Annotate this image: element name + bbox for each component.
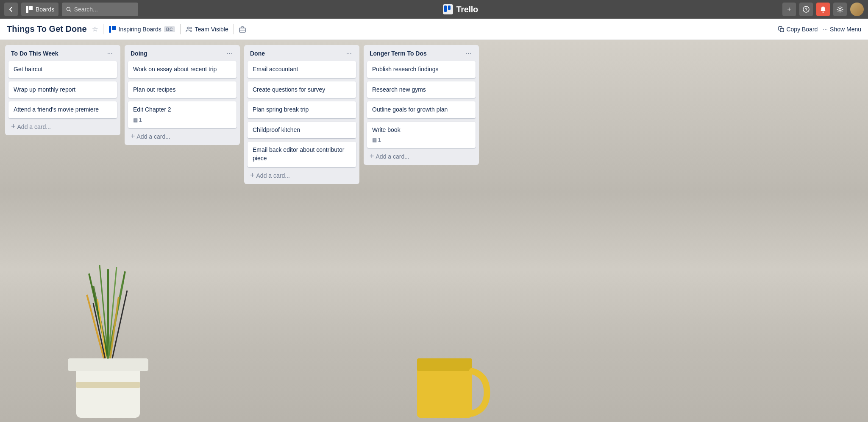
boards-icon [25, 6, 33, 13]
svg-rect-6 [448, 6, 451, 10]
team-badge: BC [164, 26, 175, 32]
svg-rect-0 [26, 6, 28, 13]
checklist-icon: ▦ [133, 117, 138, 124]
team-name: Inspiring Boards [119, 26, 161, 33]
boards-small-icon [108, 25, 116, 33]
list-doing: Doing ··· Work on essay about recent tri… [125, 45, 240, 145]
settings-button[interactable] [833, 3, 847, 16]
list-title-doing: Doing [131, 50, 147, 57]
svg-rect-12 [112, 26, 116, 30]
settings-icon [837, 6, 843, 13]
card-text: Plan spring break trip [253, 106, 309, 113]
table-row[interactable]: Email accountant [248, 61, 356, 78]
board-title: Things To Get Done [7, 24, 87, 34]
card-text: Email accountant [253, 66, 298, 73]
table-row[interactable]: Plan out recipes [128, 81, 236, 98]
show-menu-link[interactable]: ··· Show Menu [823, 26, 861, 33]
boards-label: Boards [36, 6, 54, 13]
header-divider-3 [234, 24, 234, 34]
table-row[interactable]: Attend a friend's movie premiere [8, 101, 117, 118]
list-menu-button-todo[interactable]: ··· [106, 49, 114, 58]
trello-logo-icon [442, 4, 453, 15]
add-card-label: Add a card... [376, 153, 409, 160]
svg-text:?: ? [805, 7, 807, 12]
card-text: Email back editor about contributor piec… [253, 146, 344, 162]
notification-button[interactable] [816, 3, 830, 16]
table-row[interactable]: Childproof kitchen [248, 122, 356, 139]
add-card-label: Add a card... [137, 133, 170, 140]
list-cards-doing: Work on essay about recent tripPlan out … [125, 61, 240, 128]
table-row[interactable]: Wrap up monthly report [8, 81, 117, 98]
add-card-button-longer[interactable]: + Add a card... [364, 150, 479, 163]
avatar[interactable] [850, 3, 864, 16]
list-title-todo: To Do This Week [11, 50, 58, 57]
svg-rect-11 [109, 26, 111, 33]
add-card-label: Add a card... [17, 123, 51, 130]
card-text: Publish research findings [372, 66, 438, 73]
add-card-button-todo[interactable]: + Add a card... [5, 120, 120, 134]
table-row[interactable]: Write book ▦ 1 [367, 122, 476, 148]
copy-board-link[interactable]: Copy Board [778, 26, 818, 33]
table-row[interactable]: Publish research findings [367, 61, 476, 78]
add-button[interactable]: + [782, 3, 796, 16]
add-icon: + [250, 171, 255, 179]
table-row[interactable]: Research new gyms [367, 81, 476, 98]
search-input[interactable] [74, 6, 134, 13]
list-menu-button-done[interactable]: ··· [345, 49, 353, 58]
svg-line-3 [70, 10, 71, 11]
list-cards-done: Email accountantCreate questions for sur… [244, 61, 359, 167]
svg-rect-5 [444, 6, 447, 12]
table-row[interactable]: Edit Chapter 2 ▦ 1 [128, 101, 236, 128]
card-text: Create questions for survey [253, 86, 325, 93]
board-actions-right: Copy Board ··· Show Menu [778, 26, 861, 33]
trello-logo: Trello [442, 4, 478, 15]
table-row[interactable]: Outline goals for growth plan [367, 101, 476, 118]
add-icon: + [131, 132, 135, 140]
list-todo: To Do This Week ··· Get haircutWrap up m… [5, 45, 120, 135]
briefcase-button[interactable] [239, 26, 246, 33]
notification-icon [820, 6, 826, 13]
list-done: Done ··· Email accountantCreate question… [244, 45, 359, 184]
header-divider-2 [180, 24, 181, 34]
list-cards-todo: Get haircutWrap up monthly reportAttend … [5, 61, 120, 118]
header-divider-1 [103, 24, 103, 34]
board-visibility-button[interactable]: Team Visible [186, 26, 228, 33]
checklist-icon: ▦ [372, 137, 377, 144]
svg-point-14 [190, 27, 192, 29]
svg-point-10 [839, 8, 841, 11]
list-cards-longer: Publish research findingsResearch new gy… [364, 61, 479, 148]
board-scroll-area[interactable]: To Do This Week ··· Get haircutWrap up m… [0, 40, 868, 422]
table-row[interactable]: Email back editor about contributor piec… [248, 142, 356, 167]
list-menu-button-longer[interactable]: ··· [464, 49, 473, 58]
badge-count: 1 [139, 117, 142, 124]
info-icon: ? [803, 6, 810, 13]
list-title-done: Done [250, 50, 265, 57]
info-button[interactable]: ? [799, 3, 813, 16]
table-row[interactable]: Get haircut [8, 61, 117, 78]
table-row[interactable]: Plan spring break trip [248, 101, 356, 118]
add-card-button-done[interactable]: + Add a card... [244, 169, 359, 182]
board-team-button[interactable]: Inspiring Boards BC [108, 25, 175, 33]
add-icon: + [370, 152, 374, 160]
copy-icon [778, 26, 784, 32]
boards-button[interactable]: Boards [21, 3, 58, 16]
list-menu-button-doing[interactable]: ··· [225, 49, 234, 58]
card-text: Outline goals for growth plan [372, 106, 448, 113]
svg-rect-18 [780, 28, 784, 32]
table-row[interactable]: Create questions for survey [248, 81, 356, 98]
board-star-button[interactable]: ☆ [92, 25, 98, 33]
card-text: Edit Chapter 2 [133, 106, 171, 113]
search-box[interactable] [62, 3, 138, 16]
card-text: Plan out recipes [133, 86, 175, 93]
add-card-button-doing[interactable]: + Add a card... [125, 130, 240, 143]
list-title-longer: Longer Term To Dos [370, 50, 427, 57]
card-text: Attend a friend's movie premiere [14, 106, 99, 113]
add-icon: + [11, 123, 16, 130]
svg-point-9 [823, 11, 824, 13]
back-button[interactable] [4, 3, 18, 16]
table-row[interactable]: Work on essay about recent trip [128, 61, 236, 78]
search-icon [66, 6, 71, 12]
briefcase-icon [239, 26, 246, 33]
card-text: Research new gyms [372, 86, 426, 93]
card-text: Get haircut [14, 66, 42, 73]
